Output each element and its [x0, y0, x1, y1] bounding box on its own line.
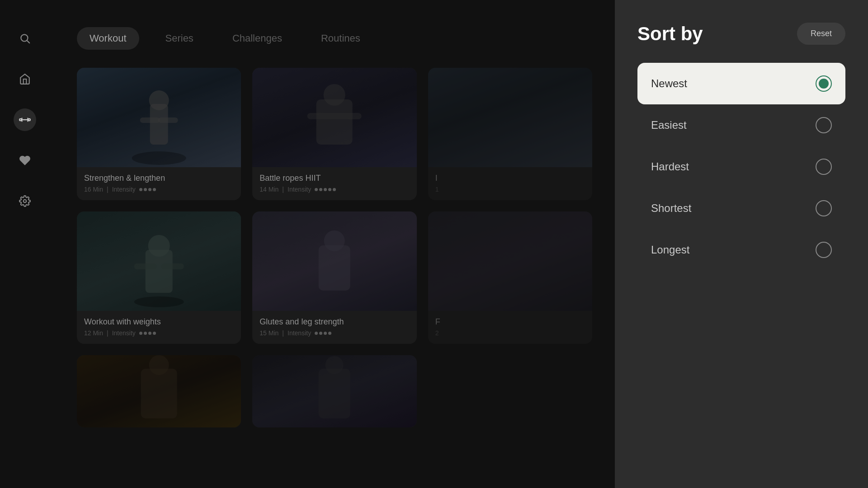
workout-card[interactable]: Battle ropes HIIT 14 Min | Intensity: [252, 68, 416, 200]
sort-option-longest[interactable]: Longest: [637, 229, 845, 271]
svg-point-16: [134, 296, 184, 307]
card-title: Workout with weights: [84, 317, 234, 327]
svg-point-22: [324, 230, 345, 251]
workout-grid: Strengthen & lengthen 16 Min | Intensity: [77, 68, 592, 427]
svg-rect-19: [134, 263, 157, 269]
reset-button[interactable]: Reset: [797, 23, 845, 45]
sort-option-hardest[interactable]: Hardest: [637, 146, 845, 188]
radio-longest: [816, 242, 832, 258]
sort-option-label: Newest: [651, 77, 687, 90]
sort-option-shortest[interactable]: Shortest: [637, 188, 845, 229]
card-title: I: [435, 174, 585, 183]
sort-panel: Sort by Reset Newest Easiest Hardest Sho…: [615, 0, 868, 488]
svg-point-0: [21, 34, 28, 41]
card-meta: 2: [435, 329, 585, 337]
svg-point-4: [28, 119, 30, 121]
card-title: Strengthen & lengthen: [84, 174, 234, 183]
svg-point-10: [149, 90, 169, 110]
main-content: Workout Series Challenges Routines: [50, 0, 615, 488]
radio-hardest: [816, 159, 832, 175]
card-meta: 14 Min | Intensity: [259, 186, 409, 193]
workout-card[interactable]: [252, 355, 416, 427]
workout-card[interactable]: Strengthen & lengthen 16 Min | Intensity: [77, 68, 241, 200]
workout-icon[interactable]: [14, 108, 36, 131]
card-meta: 1: [435, 186, 585, 193]
svg-rect-11: [140, 117, 160, 123]
workout-card[interactable]: Workout with weights 12 Min | Intensity: [77, 211, 241, 344]
svg-rect-13: [316, 99, 353, 145]
sort-option-label: Hardest: [651, 160, 689, 173]
tab-routines[interactable]: Routines: [308, 27, 373, 50]
settings-icon[interactable]: [14, 190, 36, 212]
tab-challenges[interactable]: Challenges: [220, 27, 295, 50]
svg-point-14: [324, 84, 345, 106]
card-title: Battle ropes HIIT: [259, 174, 409, 183]
svg-point-26: [326, 356, 344, 374]
svg-rect-15: [307, 113, 362, 119]
tab-bar: Workout Series Challenges Routines: [77, 27, 592, 50]
card-title: F: [435, 317, 585, 327]
workout-card[interactable]: Glutes and leg strength 15 Min | Intensi…: [252, 211, 416, 344]
sort-option-easiest[interactable]: Easiest: [637, 104, 845, 146]
svg-point-18: [148, 235, 170, 257]
svg-point-8: [132, 151, 186, 165]
search-icon[interactable]: [14, 27, 36, 50]
card-title: Glutes and leg strength: [259, 317, 409, 327]
sort-option-newest[interactable]: Newest: [637, 63, 845, 104]
radio-newest: [816, 75, 832, 92]
sort-option-label: Longest: [651, 244, 689, 256]
radio-shortest: [816, 200, 832, 216]
svg-rect-23: [141, 369, 177, 418]
sort-option-label: Shortest: [651, 202, 691, 215]
svg-point-24: [149, 355, 169, 375]
sort-header: Sort by Reset: [637, 23, 845, 45]
svg-rect-20: [161, 263, 184, 269]
workout-card[interactable]: [77, 355, 241, 427]
workout-card-partial[interactable]: I 1: [428, 68, 592, 200]
sort-options: Newest Easiest Hardest Shortest Longest: [637, 63, 845, 271]
home-icon[interactable]: [14, 68, 36, 90]
card-meta: 15 Min | Intensity: [259, 329, 409, 337]
sort-option-label: Easiest: [651, 119, 687, 131]
tab-series[interactable]: Series: [153, 27, 206, 50]
radio-easiest: [816, 117, 832, 133]
svg-point-7: [24, 200, 27, 203]
svg-rect-21: [319, 245, 350, 291]
card-meta: 12 Min | Intensity: [84, 329, 234, 337]
workout-card-partial[interactable]: F 2: [428, 211, 592, 344]
favorites-icon[interactable]: [14, 149, 36, 172]
tab-workout[interactable]: Workout: [77, 27, 139, 50]
svg-rect-12: [158, 117, 178, 123]
sort-title: Sort by: [637, 23, 703, 45]
svg-point-3: [19, 119, 21, 121]
sidebar: [0, 0, 50, 488]
card-meta: 16 Min | Intensity: [84, 186, 234, 193]
svg-line-1: [27, 41, 30, 43]
svg-rect-25: [319, 369, 350, 418]
